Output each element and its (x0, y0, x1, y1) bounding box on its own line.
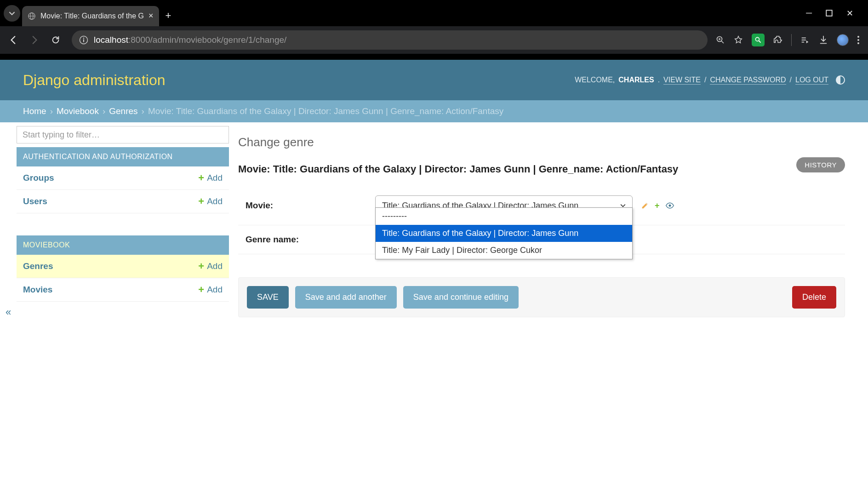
main-content: Change genre HISTORY Movie: Title: Guard… (229, 122, 868, 504)
browser-chrome: Movie: Title: Guardians of the G × + ─ ✕ (0, 0, 868, 60)
svg-point-18 (857, 42, 859, 44)
divider (791, 34, 792, 46)
model-link[interactable]: Movies (23, 285, 52, 295)
edit-related-icon[interactable] (641, 201, 649, 210)
url-input[interactable]: localhost:8000/admin/moviebook/genre/1/c… (72, 30, 708, 50)
site-header: Django administration WELCOME, CHARLES. … (0, 60, 868, 100)
user-tools: WELCOME, CHARLES. VIEW SITE / CHANGE PAS… (575, 75, 845, 85)
site-title: Django administration (23, 72, 166, 89)
save-continue-button[interactable]: Save and continue editing (403, 286, 519, 309)
chrome-actions (716, 34, 860, 46)
dropdown-option-empty[interactable]: --------- (376, 208, 632, 225)
model-link[interactable]: Genres (23, 261, 53, 271)
history-button[interactable]: HISTORY (796, 157, 845, 172)
theme-toggle-icon[interactable] (836, 75, 845, 85)
window-controls: ─ ✕ (806, 8, 864, 18)
extension-icon[interactable] (752, 34, 765, 46)
sidebar-item-users: Users +Add (17, 190, 229, 213)
breadcrumb-home[interactable]: Home (23, 106, 46, 116)
username: CHARLES (618, 76, 654, 84)
plus-icon: + (198, 284, 204, 296)
field-movie-row: Movie: Title: Guardians of the Galaxy | … (238, 186, 845, 225)
close-window-icon[interactable]: ✕ (846, 8, 853, 18)
page-root: Django administration WELCOME, CHARLES. … (0, 60, 868, 504)
genre-name-label: Genre name: (246, 235, 375, 245)
close-tab-icon[interactable]: × (148, 11, 154, 21)
welcome-text: WELCOME, (575, 76, 615, 84)
breadcrumb-model[interactable]: Genres (109, 106, 137, 116)
svg-point-5 (83, 38, 84, 39)
reload-icon[interactable] (51, 35, 63, 45)
globe-icon (28, 12, 36, 20)
plus-icon: + (198, 195, 204, 207)
address-bar: localhost:8000/admin/moviebook/genre/1/c… (0, 26, 868, 54)
profile-avatar-icon[interactable] (837, 34, 849, 46)
sidebar-filter-input[interactable] (17, 126, 229, 143)
model-link[interactable]: Groups (23, 173, 54, 183)
extensions-icon[interactable] (773, 35, 783, 45)
url-text: localhost:8000/admin/moviebook/genre/1/c… (94, 35, 286, 45)
movie-label: Movie: (246, 200, 375, 211)
downloads-icon[interactable] (818, 35, 828, 45)
breadcrumb-app[interactable]: Moviebook (57, 106, 99, 116)
svg-point-17 (857, 39, 859, 41)
add-movies-link[interactable]: +Add (198, 284, 223, 296)
dropdown-option[interactable]: Title: Guardians of the Galaxy | Directo… (376, 225, 632, 242)
tab-title: Movie: Title: Guardians of the G (40, 12, 144, 20)
svg-line-12 (759, 41, 761, 43)
sidebar-item-genres: Genres +Add (17, 255, 229, 278)
delete-button[interactable]: Delete (792, 286, 836, 309)
content: « AUTHENTICATION AND AUTHORIZATION Group… (0, 122, 868, 504)
svg-point-19 (668, 205, 671, 207)
view-related-icon[interactable] (665, 201, 674, 210)
add-groups-link[interactable]: +Add (198, 172, 223, 184)
related-widget-icons: + (641, 201, 674, 211)
tab-search-button[interactable] (4, 5, 20, 22)
svg-rect-3 (826, 10, 832, 16)
change-password-link[interactable]: CHANGE PASSWORD (710, 76, 786, 85)
app-header-moviebook[interactable]: MOVIEBOOK (17, 235, 229, 255)
breadcrumb-current: Movie: Title: Guardians of the Galaxy | … (148, 106, 503, 116)
site-info-icon[interactable] (79, 35, 88, 45)
menu-icon[interactable] (857, 35, 860, 45)
add-related-icon[interactable]: + (655, 201, 660, 211)
media-icon[interactable] (800, 35, 810, 45)
new-tab-button[interactable]: + (166, 10, 171, 22)
svg-line-8 (721, 41, 724, 43)
dropdown-option[interactable]: Title: My Fair Lady | Director: George C… (376, 242, 632, 259)
page-title: Change genre (238, 135, 845, 149)
back-icon[interactable] (8, 35, 21, 45)
svg-point-16 (857, 36, 859, 38)
plus-icon: + (198, 260, 204, 272)
submit-row: SAVE Save and add another Save and conti… (238, 277, 845, 317)
svg-point-11 (755, 37, 759, 41)
add-genres-link[interactable]: +Add (198, 260, 223, 272)
sidebar: AUTHENTICATION AND AUTHORIZATION Groups … (0, 122, 229, 504)
svg-rect-6 (83, 40, 84, 42)
bookmark-icon[interactable] (733, 35, 743, 45)
maximize-icon[interactable] (826, 10, 833, 17)
breadcrumb: Home › Moviebook › Genres › Movie: Title… (0, 100, 868, 122)
zoom-icon[interactable] (716, 35, 725, 45)
add-users-link[interactable]: +Add (198, 195, 223, 207)
app-header-auth[interactable]: AUTHENTICATION AND AUTHORIZATION (17, 147, 229, 166)
browser-tab[interactable]: Movie: Title: Guardians of the G × (22, 6, 159, 26)
minimize-icon[interactable]: ─ (806, 8, 812, 18)
object-title: Movie: Title: Guardians of the Galaxy | … (238, 163, 845, 175)
tab-bar: Movie: Title: Guardians of the G × + ─ ✕ (0, 0, 868, 26)
movie-select-dropdown: --------- Title: Guardians of the Galaxy… (375, 207, 633, 259)
save-add-another-button[interactable]: Save and add another (295, 286, 397, 309)
forward-icon[interactable] (29, 35, 42, 45)
model-link[interactable]: Users (23, 196, 47, 206)
view-site-link[interactable]: VIEW SITE (663, 76, 701, 85)
logout-link[interactable]: LOG OUT (795, 76, 828, 85)
sidebar-item-movies: Movies +Add (17, 278, 229, 302)
sidebar-item-groups: Groups +Add (17, 166, 229, 190)
plus-icon: + (198, 172, 204, 184)
save-button[interactable]: SAVE (247, 286, 289, 309)
